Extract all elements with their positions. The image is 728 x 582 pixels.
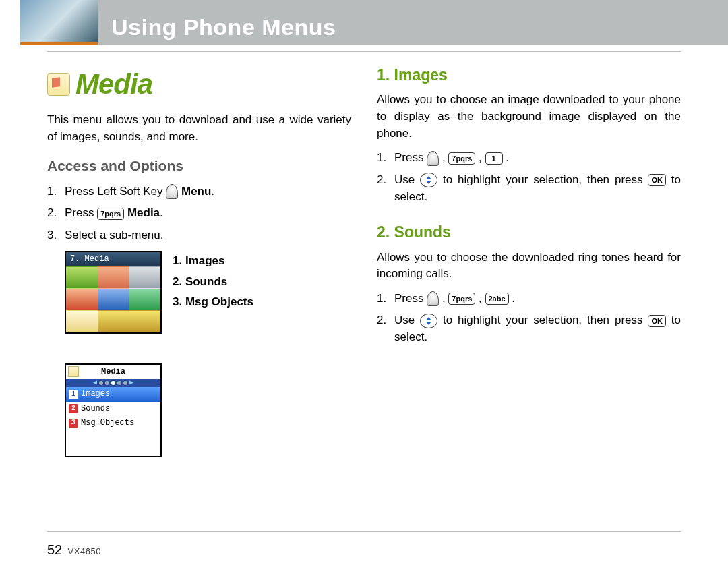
footer: 52 VX4650 [47,542,101,558]
sounds-step-1: Press , 7pqrs , 2abc . [377,291,681,308]
page-number: 52 [47,542,62,557]
shot1-title: 7. Media [66,252,160,266]
key-7: 7pqrs [448,293,475,305]
media-icon [47,73,70,96]
submenu-item-3: 3. Msg Objects [173,294,280,311]
ok-key: OK [648,174,666,186]
page-title: Using Phone Menus [111,14,336,40]
nav-key-icon [420,173,437,187]
sounds-step-2: Use to highlight your selection, then pr… [377,312,681,345]
submenu-item-1: 1. Images [173,253,280,270]
sounds-desc: Allows you to choose the downloaded ring… [377,250,681,283]
images-step-2: Use to highlight your selection, then pr… [377,172,681,205]
key-7: 7pqrs [448,152,475,165]
header-bar: Using Phone Menus [98,0,728,45]
access-step-2: Press 7pqrs Media. [47,205,351,222]
key-2: 2abc [485,293,509,305]
ok-key: OK [648,315,666,327]
left-column: Media This menu allows you to download a… [47,64,351,465]
phone-screenshot-grid: 7. Media [65,251,162,334]
shot2-row-2: 2Sounds [66,402,160,416]
key-7: 7pqrs [97,208,124,220]
images-desc: Allows you to choose an image downloaded… [377,92,681,142]
submenu-list: 1. Images 2. Sounds 3. Msg Objects [173,253,280,311]
header-photo [20,0,98,45]
softkey-icon [166,184,178,199]
header-rule [47,51,681,52]
images-step-1: Press , 7pqrs , 1 . [377,150,681,167]
softkey-icon [427,151,439,166]
media-heading: Media [75,64,152,105]
footer-rule [47,531,681,532]
right-column: 1. Images Allows you to choose an image … [377,64,681,465]
shot2-row-3: 3Msg Objects [66,416,160,430]
shot2-tabs: ◀ ▶ [66,379,160,387]
shot2-row-1: 1Images [66,387,160,401]
access-heading: Access and Options [47,156,351,176]
shot2-title-text: Media [101,367,125,376]
nav-key-icon [420,314,437,328]
key-1: 1 [485,152,503,165]
access-step-1: Press Left Soft Key Menu. [47,183,351,200]
softkey-icon [427,291,439,306]
model-number: VX4650 [68,546,101,556]
media-intro: This menu allows you to download and use… [47,112,351,145]
images-heading: 1. Images [377,64,681,86]
submenu-item-2: 2. Sounds [173,274,280,291]
access-step-3: Select a sub-menu. [47,227,351,244]
sounds-heading: 2. Sounds [377,221,681,243]
shot2-title-icon [68,366,79,377]
phone-screenshot-list: Media ◀ ▶ 1Images 2Sounds 3Msg Objects [65,363,162,458]
